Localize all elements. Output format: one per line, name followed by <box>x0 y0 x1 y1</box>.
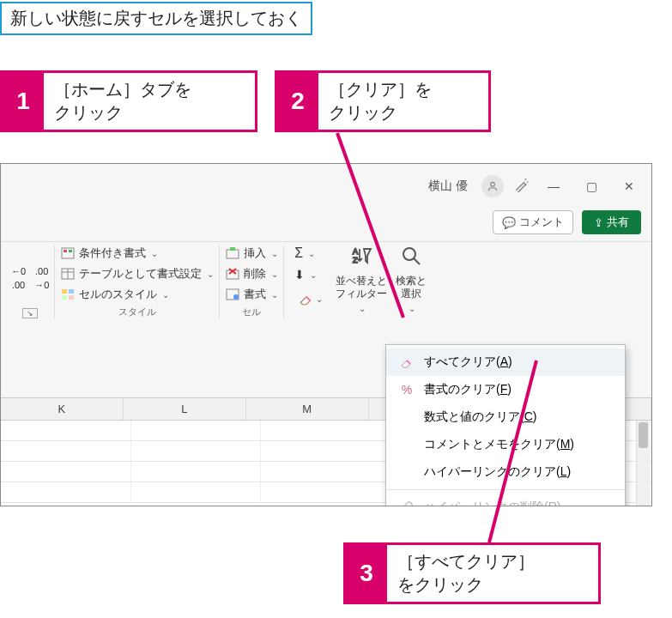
menu-clear-formats-label: 書式のクリア(F) <box>424 382 512 397</box>
callout-2: 2 ［クリア］を クリック <box>275 70 491 132</box>
chevron-down-icon: ⌄ <box>151 249 158 258</box>
conditional-formatting-button[interactable]: 条件付き書式 ⌄ <box>60 245 214 261</box>
accent-icon[interactable] <box>514 177 530 197</box>
clear-button[interactable]: ⌄ <box>294 288 327 309</box>
insert-label: 挿入 <box>244 245 266 261</box>
chevron-down-icon: ⌄ <box>310 270 317 280</box>
ribbon: ←0.00 .00→0 ↘ 条件付き書式 ⌄ <box>1 241 651 320</box>
callout-1-number: 1 <box>3 73 44 130</box>
column-header[interactable]: M <box>246 398 369 420</box>
menu-remove-hyperlinks-label: ハイパーリンクの削除(R) <box>424 500 560 506</box>
fill-down-icon: ⬇ <box>294 268 305 282</box>
conditional-label: 条件付き書式 <box>79 245 146 261</box>
menu-remove-hyperlinks: ハイパーリンクの削除(R) <box>386 494 625 506</box>
callout-2-number: 2 <box>277 73 318 130</box>
percent-eraser-icon: % <box>398 382 415 397</box>
title-bar: 横山 優 — ▢ ✕ <box>1 164 651 209</box>
insert-cells-button[interactable]: 挿入 ⌄ <box>225 245 278 261</box>
cell-styles-button[interactable]: セルのスタイル ⌄ <box>60 287 214 302</box>
format-cells-button[interactable]: 書式 ⌄ <box>225 287 278 302</box>
column-header[interactable]: K <box>1 398 124 420</box>
number-body: ←0.00 .00→0 <box>11 245 49 305</box>
eraser-icon <box>299 291 314 306</box>
svg-point-19 <box>233 294 239 300</box>
menu-clear-hyperlinks[interactable]: ハイパーリンクのクリア(L) <box>386 458 625 486</box>
chevron-down-icon: ⌄ <box>207 270 214 279</box>
svg-line-23 <box>414 258 420 264</box>
search-icon <box>400 245 422 273</box>
ribbon-group-styles: 条件付き書式 ⌄ テーブルとして書式設定 ⌄ セルのスタイル ⌄ <box>55 245 220 318</box>
conditional-icon <box>60 246 76 260</box>
svg-point-22 <box>403 248 415 260</box>
table-icon <box>60 267 76 281</box>
menu-clear-contents-label: 数式と値のクリア(C) <box>424 409 536 425</box>
svg-rect-10 <box>69 289 74 294</box>
menu-clear-comments-label: コメントとメモをクリア(M) <box>424 437 574 452</box>
delete-cells-button[interactable]: 削除 ⌄ <box>225 266 278 282</box>
share-label: 共有 <box>607 215 629 230</box>
svg-rect-11 <box>62 295 67 300</box>
instruction-banner: 新しい状態に戻すセルを選択しておく <box>0 2 312 35</box>
delete-label: 削除 <box>244 266 266 282</box>
ribbon-group-cells: 挿入 ⌄ 削除 ⌄ 書式 ⌄ セル <box>220 245 284 318</box>
menu-clear-contents[interactable]: 数式と値のクリア(C) <box>386 403 625 431</box>
maximize-button[interactable]: ▢ <box>578 179 605 193</box>
comment-icon: 💬 <box>502 216 516 229</box>
autosum-button[interactable]: Σ ⌄ <box>294 245 327 261</box>
instruction-text: 新しい状態に戻すセルを選択しておく <box>10 9 302 27</box>
callout-1: 1 ［ホーム］タブを クリック <box>0 70 257 132</box>
eraser-icon <box>398 354 415 370</box>
chevron-down-icon: ⌄ <box>162 290 169 300</box>
minimize-button[interactable]: — <box>540 179 567 193</box>
avatar-icon[interactable] <box>481 175 504 197</box>
username-label: 横山 優 <box>428 179 468 194</box>
find-select-button[interactable]: 検索と 選択 ⌄ <box>396 245 427 314</box>
chevron-down-icon: ⌄ <box>308 249 315 258</box>
svg-rect-4 <box>64 250 67 252</box>
close-button[interactable]: ✕ <box>615 179 643 193</box>
vertical-scrollbar[interactable] <box>636 421 650 506</box>
svg-rect-14 <box>230 247 235 251</box>
chevron-down-icon: ⌄ <box>271 270 278 279</box>
number-group-corner[interactable]: ↘ <box>22 308 38 318</box>
comment-label: コメント <box>519 215 564 230</box>
clear-dropdown-menu: すべてクリア(A) % 書式のクリア(F) 数式と値のクリア(C) コメントとメ… <box>385 344 626 506</box>
ribbon-group-editing: Σ ⌄ ⬇ ⌄ ⌄ <box>284 245 646 318</box>
decrease-decimal-button[interactable]: .00→0 <box>34 266 49 290</box>
share-icon: ⇪ <box>594 216 603 229</box>
chevron-down-icon: ⌄ <box>409 303 415 314</box>
menu-clear-hyperlinks-label: ハイパーリンクのクリア(L) <box>424 464 571 480</box>
menu-clear-all-label: すべてクリア(A) <box>424 354 512 370</box>
cells-group-label: セル <box>242 306 261 318</box>
sort-filter-icon: A Z <box>350 245 372 273</box>
ribbon-group-number: ←0.00 .00→0 ↘ <box>6 245 55 318</box>
cell-styles-icon <box>60 288 76 301</box>
callout-1-text: ［ホーム］タブを クリック <box>44 73 202 130</box>
svg-text:A: A <box>353 247 358 256</box>
menu-divider <box>386 489 625 490</box>
delete-icon <box>225 267 240 281</box>
share-button[interactable]: ⇪ 共有 <box>582 210 641 234</box>
svg-rect-5 <box>69 250 72 252</box>
menu-clear-comments[interactable]: コメントとメモをクリア(M) <box>386 431 625 458</box>
table-format-label: テーブルとして書式設定 <box>79 266 202 282</box>
callout-3-number: 3 <box>346 545 387 602</box>
scroll-thumb[interactable] <box>639 422 648 448</box>
fill-button[interactable]: ⬇ ⌄ <box>294 268 327 282</box>
menu-clear-formats[interactable]: % 書式のクリア(F) <box>386 376 625 403</box>
column-header[interactable]: L <box>124 398 246 420</box>
chevron-down-icon: ⌄ <box>316 294 323 304</box>
menu-clear-all[interactable]: すべてクリア(A) <box>386 348 625 376</box>
format-as-table-button[interactable]: テーブルとして書式設定 ⌄ <box>60 266 214 282</box>
link-remove-icon <box>398 500 415 506</box>
chevron-down-icon: ⌄ <box>359 303 366 314</box>
increase-decimal-button[interactable]: ←0.00 <box>11 266 26 290</box>
cell-styles-label: セルのスタイル <box>79 287 157 302</box>
find-select-label: 検索と 選択 <box>396 275 427 301</box>
top-buttons-row: 💬 コメント ⇪ 共有 <box>1 209 651 241</box>
sort-filter-button[interactable]: A Z 並べ替えと フィルター ⌄ <box>336 245 387 314</box>
format-icon <box>225 288 240 301</box>
comment-button[interactable]: 💬 コメント <box>493 210 573 234</box>
format-label: 書式 <box>244 287 266 302</box>
svg-rect-9 <box>62 289 67 294</box>
